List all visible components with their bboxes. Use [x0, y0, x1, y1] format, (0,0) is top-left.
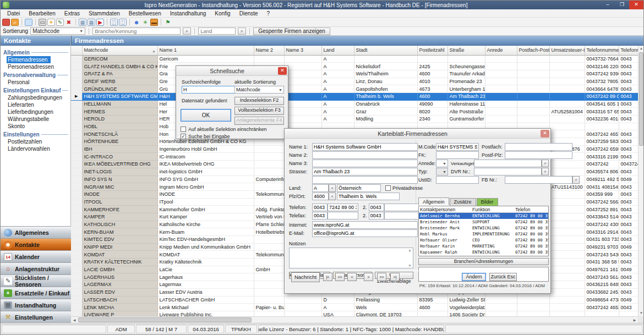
row-selector-cell[interactable] — [71, 145, 82, 153]
fullscreen-icon[interactable]: ✳ — [141, 19, 149, 26]
fulltext-selection-button[interactable]: Volltextselektion F3 — [234, 107, 284, 115]
sidebar-item-personenadressen[interactable]: Personenadressen — [1, 63, 70, 70]
internet-input[interactable] — [312, 221, 418, 229]
row-selector-cell[interactable] — [71, 153, 82, 161]
ort-input[interactable] — [337, 193, 400, 200]
fk-input[interactable] — [436, 151, 479, 159]
strasse2-input[interactable] — [312, 176, 418, 184]
table-row[interactable]: HEROLDHERAMödling2340Guntramsdorfer S...… — [71, 116, 638, 123]
record-nav-5[interactable]: >| — [390, 273, 400, 281]
lookup-icon[interactable]: ⌕ — [11, 19, 19, 26]
row-selector-cell[interactable] — [71, 183, 82, 191]
tel-prefix-input[interactable] — [312, 204, 328, 211]
table-row[interactable]: GREIF WERBGreALinz, Donau4010Promenade 2… — [71, 78, 638, 85]
menu-datei[interactable]: Datei — [3, 10, 24, 17]
column-header-matchcode[interactable]: Matchcode▲ — [82, 46, 157, 55]
column-header-telefonnu[interactable]: Telefonnu — [619, 46, 638, 55]
table-row[interactable]: LIVEWARE PLiveware Publishing Inc.USACla… — [71, 311, 638, 316]
split-view-icon[interactable]: ◫ — [110, 19, 118, 26]
fb-lookup-icon[interactable]: ⌕ — [572, 176, 580, 184]
table-row[interactable]: GRÜNDLINGEGrüAGaspoltshofen4673Unterberg… — [71, 85, 638, 93]
new-record-icon[interactable]: ✶ — [47, 19, 55, 26]
table-row[interactable]: HERMESHerAGraz8020Alte Poststraße 152ATU… — [71, 108, 638, 116]
email-input[interactable] — [312, 229, 418, 237]
row-selector-cell[interactable] — [71, 168, 82, 175]
row-selector-cell[interactable] — [71, 243, 82, 251]
table-row[interactable]: HELLMANNHelAOsnabrück49090Hafenstrasse 1… — [71, 100, 638, 108]
tab-bilder[interactable]: Bilder — [477, 198, 498, 206]
scroll-down-icon[interactable]: ▼ — [407, 264, 412, 267]
nav-button-instandhaltung[interactable]: ▦Instandhaltung — [1, 299, 71, 311]
row-selector-cell[interactable] — [71, 288, 82, 296]
contact-row[interactable]: Adelsmair BernhaENTWICKLUNG07242 89 00 3… — [419, 213, 548, 219]
land-code-input[interactable] — [312, 184, 329, 192]
row-selector-cell[interactable] — [71, 123, 82, 130]
table-row[interactable]: LATSCHBACHLATSCHBACHER GmbHDFreilassing8… — [71, 296, 638, 304]
edit-record-icon[interactable]: ✎ — [56, 19, 64, 26]
scroll-up-icon[interactable]: ▲ — [638, 46, 644, 52]
row-selector-cell[interactable] — [71, 78, 82, 85]
flag-icon[interactable]: ⚑ — [164, 19, 172, 26]
zurueck-button[interactable]: Zurück Esc — [489, 273, 517, 281]
row-selector-cell[interactable] — [71, 198, 82, 206]
record-nav-0[interactable]: |< — [323, 273, 332, 281]
columns-icon[interactable]: ◫ — [119, 19, 127, 26]
print-icon[interactable]: ▭ — [39, 19, 46, 26]
dvr-lookup-icon[interactable]: ⌕ — [542, 168, 549, 175]
row-selector-cell[interactable] — [71, 311, 82, 316]
nav-button-kontakte[interactable]: ☻Kontakte — [1, 238, 71, 250]
row-selector-cell[interactable] — [71, 221, 82, 228]
row-selector-cell[interactable] — [71, 273, 82, 281]
land-lookup-icon[interactable]: ⌕ — [329, 184, 336, 192]
record-nav-1[interactable]: << — [335, 273, 345, 281]
verkauf-input[interactable] — [474, 160, 542, 167]
contact-row[interactable]: Hofbauer OliverCEO07242 89 00 35 — [419, 237, 548, 243]
horizontal-scrollbar[interactable]: ◀ ▶ — [71, 316, 638, 323]
row-selector-cell[interactable] — [71, 175, 82, 183]
table-row[interactable]: GRATZ & PAGraAWels/Thalheim4600Traunufer… — [71, 70, 638, 78]
fax-prefix-input[interactable] — [312, 212, 328, 219]
menu-stammdaten[interactable]: Stammdaten — [84, 10, 124, 17]
row-selector-cell[interactable] — [71, 213, 82, 221]
row-selector-cell[interactable] — [71, 190, 82, 198]
row-selector-cell[interactable] — [71, 259, 82, 266]
sidebar-item-landervorwahlen[interactable]: Ländervorwahlen — [1, 145, 70, 152]
sidebar-item-lieferarten[interactable]: Lieferarten — [1, 101, 70, 108]
tel-number-input[interactable] — [328, 204, 358, 211]
table-row[interactable]: ▶H&H SYSTEMS SOFTWARE GMBHH&HAThalheim b… — [71, 92, 638, 100]
horizontal-scroll-thumb[interactable] — [78, 317, 252, 322]
mcode-input[interactable] — [436, 143, 479, 151]
ustid-input[interactable] — [436, 176, 479, 184]
column-header-name-2[interactable]: Name 2 — [254, 46, 284, 55]
sidebar-item-firmenadressen[interactable]: Firmenadressen — [7, 56, 51, 63]
column-header-telefonnummer[interactable]: Telefonnummer — [585, 46, 619, 55]
card-close-icon[interactable]: ✕ — [541, 130, 549, 138]
column-header-name-3[interactable]: Name 3 — [284, 46, 321, 55]
menu-bearbeiten[interactable]: Bearbeiten — [24, 10, 59, 17]
gesperrte-firmen-button[interactable]: Gesperrte Firmen anzeigen — [253, 28, 330, 35]
anrede-dropdown[interactable]: ▼ — [436, 160, 448, 167]
fax-number-input[interactable] — [328, 212, 358, 219]
maximize-button[interactable]: ❐ — [615, 1, 629, 9]
nav-button-kalender[interactable]: 14Kalender — [1, 250, 71, 262]
fb-input[interactable] — [505, 176, 572, 184]
row-selector-cell[interactable] — [71, 85, 82, 93]
close-button[interactable]: ✕ — [629, 1, 643, 9]
column-header-stadt[interactable]: Stadt — [354, 46, 417, 55]
record-nav-4[interactable]: >> — [377, 273, 386, 281]
menu-bestellwesen[interactable]: Bestellwesen — [124, 10, 166, 17]
open-folder-icon[interactable] — [25, 19, 32, 26]
plz-lookup-icon[interactable]: ⌕ — [329, 193, 336, 200]
contact-row[interactable]: Kapsammer RalphENTWICKLUNG07242 89 00 35 — [419, 249, 548, 255]
exit-icon[interactable] — [2, 19, 10, 26]
column-header-postfach-postleitzal[interactable]: Postfach-Postleitzal — [517, 46, 549, 55]
aendern-button[interactable]: Ändern — [462, 273, 486, 281]
row-selector-cell[interactable]: ▶ — [71, 92, 82, 100]
delete-icon[interactable]: ✖ — [65, 19, 73, 26]
row-selector-cell[interactable] — [71, 161, 82, 168]
vertical-scroll-thumb[interactable] — [639, 52, 643, 146]
nav-button-ersatzteile-einkauf[interactable]: +Ersatzteile / Einkauf — [1, 287, 71, 299]
sidebar-item-wahrungstabelle[interactable]: Währungstabelle — [1, 116, 70, 123]
package-icon[interactable]: ▬ — [150, 19, 158, 26]
name2-input[interactable] — [312, 151, 418, 159]
